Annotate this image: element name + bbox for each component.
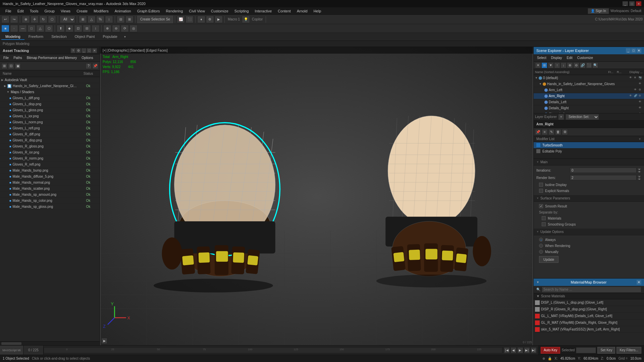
face-mode-btn[interactable]: △ [36, 25, 44, 32]
ts-main-section[interactable]: ▼ Main [534, 159, 644, 166]
tab-modeling[interactable]: Modeling [1, 34, 24, 40]
maxscript-mini[interactable]: MAXScript Mi [0, 346, 23, 355]
arm-left-settings[interactable]: ⚙ [639, 88, 643, 92]
asset-help-btn[interactable]: ? [86, 63, 92, 69]
asset-row-1[interactable]: ■ Gloves_L_disp.png Ok [0, 101, 100, 107]
select-button[interactable]: ⊕ [22, 16, 30, 23]
asset-tool-1[interactable]: ⊞ [1, 63, 7, 69]
render-setup-btn[interactable]: ⚙ [206, 16, 214, 23]
panel-help-btn[interactable]: ? [71, 48, 75, 53]
menu-modifiers[interactable]: Modifiers [91, 8, 111, 14]
tab-selection[interactable]: Selection [47, 34, 70, 40]
iterations-down[interactable]: ▼ [637, 170, 641, 173]
asset-row-16[interactable]: ■ Male_Hands_sp_amount.png Ok [0, 192, 100, 198]
mat-row-gl-r[interactable]: GL_R_MAT (VRayMtl) [Details_Right, Glove… [534, 319, 644, 326]
inset-btn[interactable]: ⊡ [74, 25, 82, 32]
asset-row-9[interactable]: ■ Gloves_R_ior.png Ok [0, 149, 100, 156]
loop-btn[interactable]: ⟳ [121, 25, 129, 32]
bevel-btn[interactable]: ◆ [65, 25, 73, 32]
panel-restore-btn[interactable]: □ [87, 48, 92, 53]
filter-dropdown[interactable]: All [60, 16, 75, 23]
manually-radio[interactable] [539, 250, 543, 254]
iterations-up[interactable]: ▲ [637, 168, 641, 170]
polygon-mode-btn[interactable]: ■ [1, 25, 9, 32]
asset-row-3[interactable]: ■ Gloves_L_ior.png Ok [0, 113, 100, 119]
asset-menu-file[interactable]: File [1, 56, 11, 60]
asset-main-file-row[interactable]: ▶ 📄 Hands_in_Safety_Leather_Neoprene_Glo… [0, 83, 100, 89]
asset-row-11[interactable]: ■ Gloves_R_refl.png Ok [0, 162, 100, 168]
bridge-btn[interactable]: ⊟ [83, 25, 91, 32]
goto-end-btn[interactable]: ▶| [531, 347, 537, 353]
arm-right-settings[interactable]: ⚙ [639, 94, 643, 98]
panel-close-btn[interactable]: ✕ [92, 48, 97, 53]
maximize-button[interactable]: □ [629, 1, 635, 6]
grow-btn[interactable]: ⊕ [103, 25, 111, 32]
border-mode-btn[interactable]: □ [28, 25, 36, 32]
editable-poly-modifier[interactable]: Editable Poly [534, 148, 644, 154]
arm-right-vis[interactable]: 👁 [629, 94, 633, 98]
render-iters-value[interactable]: 2 [570, 175, 637, 180]
menu-graph-editors[interactable]: Graph Editors [135, 8, 163, 14]
percent-snap[interactable]: % [96, 16, 104, 23]
light-btn[interactable]: 💡 [242, 16, 250, 23]
asset-pin-btn[interactable]: 📌 [92, 63, 98, 69]
mirror-button[interactable]: ⊟ [117, 16, 125, 23]
render-iters-up[interactable]: ▲ [637, 175, 641, 178]
iterations-value[interactable]: 0 [570, 168, 637, 173]
menu-group[interactable]: Group [42, 8, 57, 14]
mat-row-disp-l[interactable]: DISP_L (Gloves_L_disp.png) [Glove_Left] [534, 299, 644, 306]
menu-file[interactable]: File [3, 8, 14, 14]
se-tool-4[interactable]: ↓ [560, 62, 567, 68]
se-row-details-right[interactable]: Details_Right 👁 [534, 105, 644, 111]
asset-scrollbar[interactable] [0, 341, 100, 345]
se-row-arm-left[interactable]: Arm_Left 👁 ⚙ [534, 87, 644, 93]
close-button[interactable]: ✕ [636, 1, 641, 6]
se-tool-6[interactable]: ⊖ [573, 62, 579, 68]
always-radio[interactable] [539, 238, 543, 242]
se-row-arm-right[interactable]: Arm_Right 👁 🔗 ⚙ [534, 93, 644, 99]
se-tool-9[interactable]: 🔍 [592, 62, 598, 68]
isoline-checkbox[interactable] [539, 183, 543, 187]
mat-expand-icon[interactable]: ▼ [536, 281, 539, 284]
render-btn[interactable]: ▶ [215, 16, 223, 23]
smooth-result-checkbox[interactable] [539, 204, 543, 208]
se-tool-1[interactable]: ✕ [535, 62, 541, 68]
materials-checkbox[interactable] [542, 216, 546, 220]
se-restore-btn[interactable]: □ [631, 48, 636, 53]
menu-views[interactable]: Views [58, 8, 73, 14]
mat-section-header[interactable]: ▼ Scene Materials [534, 293, 644, 299]
menu-customize[interactable]: Customize [208, 8, 231, 14]
schematic-btn[interactable]: ⬛ [185, 16, 194, 23]
asset-scroll-thumb[interactable] [1, 342, 21, 345]
play-btn[interactable]: ▶ [101, 338, 107, 344]
mod-edit-btn[interactable]: ✎ [548, 129, 554, 135]
minimize-button[interactable]: _ [623, 1, 628, 6]
asset-row-7[interactable]: ■ Gloves_R_disp.png Ok [0, 137, 100, 143]
redo-button[interactable]: ↪ [10, 16, 18, 23]
when-rendering-radio[interactable] [539, 244, 543, 248]
smoothing-groups-checkbox[interactable] [542, 222, 546, 226]
signin-button[interactable]: 👤 Sign In [588, 8, 609, 14]
extrude-btn[interactable]: ⬆ [57, 25, 65, 32]
ring-btn[interactable]: ◎ [129, 25, 138, 32]
selection-set-dropdown[interactable]: Selection Set: [566, 114, 599, 120]
panel-minimize-btn[interactable]: _ [82, 48, 86, 53]
set-key-button[interactable]: Set Key [597, 347, 615, 354]
asset-row-6[interactable]: ■ Gloves_R_diff.png Ok [0, 131, 100, 137]
asset-menu-bitmap[interactable]: Bitmap Performance and Memory [25, 56, 79, 60]
next-frame-btn[interactable]: ▶| [524, 347, 530, 353]
se-add-btn[interactable]: + [558, 114, 564, 120]
asset-menu-options[interactable]: Options [79, 56, 95, 60]
mod-pin-btn[interactable]: 📌 [535, 129, 541, 135]
asset-tool-3[interactable]: ▣ [15, 63, 21, 69]
menu-civil-view[interactable]: Civil View [186, 8, 207, 14]
asset-row-13[interactable]: ■ Male_Hands_diffuse_5.png Ok [0, 174, 100, 180]
material-search-input[interactable] [542, 287, 641, 293]
menu-arnold[interactable]: Arnold [294, 8, 310, 14]
auto-key-button[interactable]: Auto Key [541, 347, 560, 354]
se-row-group[interactable]: ▼ Hands_in_Safety_Leather_Neoprene_Glove… [534, 81, 644, 87]
menu-rendering[interactable]: Rendering [163, 8, 186, 14]
create-selection-button[interactable]: Create Selection Se [137, 16, 173, 23]
group-expand-icon[interactable]: ▼ [539, 82, 542, 85]
arm-left-vis[interactable]: 👁 [634, 88, 638, 92]
